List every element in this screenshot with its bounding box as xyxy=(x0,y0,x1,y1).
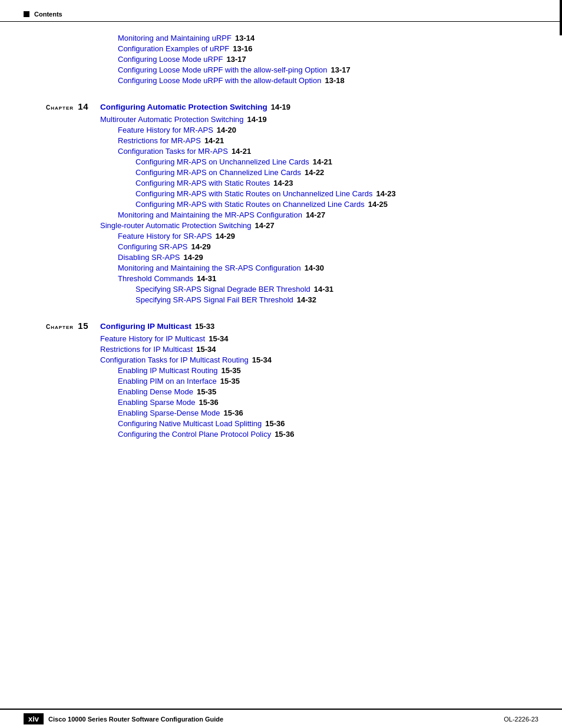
toc-link[interactable]: Enabling Sparse Mode xyxy=(118,398,196,407)
toc-row: Configuration Tasks for IP Multicast Rou… xyxy=(24,355,538,364)
page-number: 15-36 xyxy=(223,409,243,417)
toc-row: Enabling Sparse Mode15-36 xyxy=(24,398,538,407)
page-number: 14-31 xyxy=(197,274,216,283)
toc-row: Configuration Examples of uRPF13-16 xyxy=(24,44,538,53)
toc-link[interactable]: Configuring MR-APS with Static Routes xyxy=(135,179,270,187)
page-number: 15-34 xyxy=(252,355,272,364)
chapter-15-label: CHAPTER 15 xyxy=(24,321,100,331)
toc-row: Feature History for MR-APS14-20 xyxy=(24,126,538,134)
toc-row: Configuration Tasks for MR-APS14-21 xyxy=(24,147,538,156)
toc-link[interactable]: Feature History for SR-APS xyxy=(118,232,212,241)
toc-row: Configuring Loose Mode uRPF13-17 xyxy=(24,55,538,64)
footer-left: xiv Cisco 10000 Series Router Software C… xyxy=(24,713,223,724)
page-number: 14-21 xyxy=(232,147,251,156)
toc-link[interactable]: Configuration Examples of uRPF xyxy=(118,44,229,53)
toc-link[interactable]: Restrictions for IP Multicast xyxy=(100,345,193,354)
page-number: 13-18 xyxy=(325,76,344,85)
page-number: 13-14 xyxy=(235,34,254,42)
toc-link[interactable]: Single-router Automatic Protection Switc… xyxy=(100,221,252,230)
page-number: 14-21 xyxy=(204,136,224,145)
footer-doc-number: OL-2226-23 xyxy=(504,716,538,723)
toc-row: Specifying SR-APS Signal Degrade BER Thr… xyxy=(24,285,538,294)
page-number: 14-31 xyxy=(314,285,333,294)
page-number: 14-29 xyxy=(191,242,211,251)
page-number: 14-25 xyxy=(368,200,388,209)
toc-row: Disabling SR-APS14-29 xyxy=(24,253,538,262)
page-number: 15-35 xyxy=(220,377,240,386)
toc-row: Configuring Loose Mode uRPF with the all… xyxy=(24,76,538,85)
page: Contents Monitoring and Maintaining uRPF… xyxy=(0,0,562,728)
toc-link[interactable]: Configuration Tasks for MR-APS xyxy=(118,147,228,156)
toc-link[interactable]: Configuring MR-APS on Unchannelized Line… xyxy=(135,157,309,166)
chapter-14-title-link[interactable]: Configuring Automatic Protection Switchi… xyxy=(100,103,267,111)
toc-link[interactable]: Specifying SR-APS Signal Degrade BER Thr… xyxy=(135,285,310,294)
chapter-15-section: CHAPTER 15 Configuring IP Multicast15-33… xyxy=(24,321,538,439)
toc-link[interactable]: Configuring Loose Mode uRPF with the all… xyxy=(118,65,328,74)
toc-link[interactable]: Configuring MR-APS with Static Routes on… xyxy=(135,189,372,198)
toc-link[interactable]: Configuration Tasks for IP Multicast Rou… xyxy=(100,355,249,364)
page-number: 13-16 xyxy=(233,44,252,53)
page-number: 14-21 xyxy=(313,157,332,166)
toc-row: Configuring MR-APS on Unchannelized Line… xyxy=(24,157,538,166)
page-number: 14-19 xyxy=(271,103,290,111)
toc-link[interactable]: Enabling PIM on an Interface xyxy=(118,377,217,386)
page-footer: xiv Cisco 10000 Series Router Software C… xyxy=(0,709,562,728)
page-number: 14-29 xyxy=(216,232,235,241)
toc-link[interactable]: Threshold Commands xyxy=(118,274,193,283)
toc-link[interactable]: Feature History for MR-APS xyxy=(118,126,213,134)
page-number: 15-34 xyxy=(209,334,228,343)
toc-row: Restrictions for IP Multicast15-34 xyxy=(24,345,538,354)
toc-link[interactable]: Specifying SR-APS Signal Fail BER Thresh… xyxy=(135,295,293,304)
footer-doc-title: Cisco 10000 Series Router Software Confi… xyxy=(48,716,223,723)
toc-initial-entries: Monitoring and Maintaining uRPF13-14 Con… xyxy=(24,34,538,85)
toc-link[interactable]: Monitoring and Maintaining uRPF xyxy=(118,34,232,42)
chapter-15-title-link[interactable]: Configuring IP Multicast xyxy=(100,322,191,331)
toc-row: Configuring MR-APS with Static Routes14-… xyxy=(24,179,538,187)
footer-page-number: xiv xyxy=(24,713,44,724)
toc-row: Single-router Automatic Protection Switc… xyxy=(24,221,538,230)
toc-row: Configuring the Control Plane Protocol P… xyxy=(24,430,538,439)
page-number: 15-34 xyxy=(196,345,216,354)
page-header: Contents xyxy=(0,0,562,22)
toc-link[interactable]: Configuring Loose Mode uRPF with the all… xyxy=(118,76,321,85)
chapter-14-section: CHAPTER 14 Configuring Automatic Protect… xyxy=(24,101,538,304)
toc-link[interactable]: Restrictions for MR-APS xyxy=(118,136,201,145)
page-number: 14-27 xyxy=(255,221,275,230)
toc-row: Configuring Loose Mode uRPF with the all… xyxy=(24,65,538,74)
header-label: Contents xyxy=(34,11,62,18)
page-number: 15-33 xyxy=(195,322,214,331)
top-border-decoration xyxy=(560,0,562,35)
toc-link[interactable]: Configuring Loose Mode uRPF xyxy=(118,55,223,64)
toc-link[interactable]: Configuring Native Multicast Load Splitt… xyxy=(118,419,262,428)
toc-link[interactable]: Enabling Dense Mode xyxy=(118,387,193,396)
toc-link[interactable]: Configuring the Control Plane Protocol P… xyxy=(118,430,271,439)
toc-row: Configuring MR-APS with Static Routes on… xyxy=(24,189,538,198)
page-number: 15-36 xyxy=(275,430,294,439)
toc-link[interactable]: Feature History for IP Multicast xyxy=(100,334,205,343)
toc-row: Enabling Sparse-Dense Mode15-36 xyxy=(24,409,538,417)
toc-row: Configuring SR-APS14-29 xyxy=(24,242,538,251)
chapter-14-label: CHAPTER 14 xyxy=(24,101,100,111)
toc-link[interactable]: Configuring MR-APS on Channelized Line C… xyxy=(135,168,301,177)
toc-link[interactable]: Monitoring and Maintaining the SR-APS Co… xyxy=(118,263,301,272)
page-number: 14-27 xyxy=(306,210,325,219)
toc-link[interactable]: Disabling SR-APS xyxy=(118,253,180,262)
toc-link[interactable]: Enabling Sparse-Dense Mode xyxy=(118,409,220,417)
page-number: 13-17 xyxy=(331,65,351,74)
toc-row: Configuring MR-APS with Static Routes on… xyxy=(24,200,538,209)
toc-link[interactable]: Multirouter Automatic Protection Switchi… xyxy=(100,115,244,124)
toc-link[interactable]: Configuring MR-APS with Static Routes on… xyxy=(135,200,365,209)
page-number: 14-19 xyxy=(247,115,267,124)
toc-row: Threshold Commands14-31 xyxy=(24,274,538,283)
toc-content: Monitoring and Maintaining uRPF13-14 Con… xyxy=(0,22,562,476)
toc-link[interactable]: Monitoring and Maintaining the MR-APS Co… xyxy=(118,210,302,219)
page-number: 14-29 xyxy=(184,253,203,262)
page-number: 14-20 xyxy=(217,126,236,134)
page-number: 14-23 xyxy=(273,179,293,187)
toc-row: Feature History for SR-APS14-29 xyxy=(24,232,538,241)
toc-link[interactable]: Enabling IP Multicast Routing xyxy=(118,366,218,375)
page-number: 14-22 xyxy=(305,168,324,177)
toc-row: Multirouter Automatic Protection Switchi… xyxy=(24,115,538,124)
toc-link[interactable]: Configuring SR-APS xyxy=(118,242,188,251)
page-number: 14-30 xyxy=(305,263,324,272)
